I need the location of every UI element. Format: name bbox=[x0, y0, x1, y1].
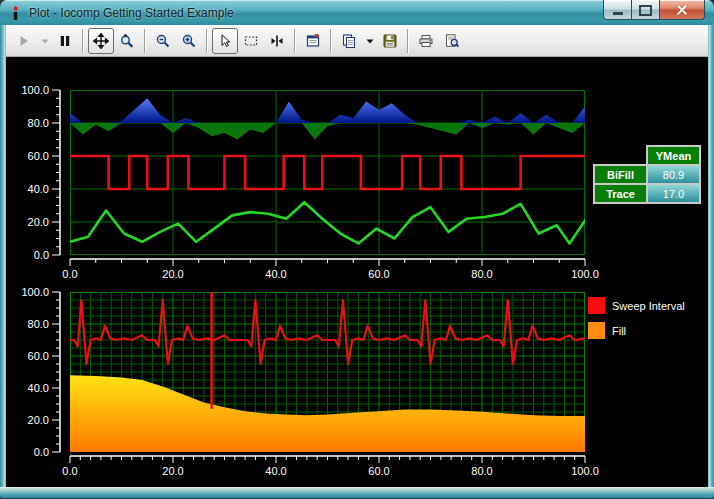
cursor-arrow-icon bbox=[217, 33, 233, 49]
zoom-in-icon bbox=[181, 33, 197, 49]
maximize-button[interactable] bbox=[632, 0, 659, 20]
svg-text:40.0: 40.0 bbox=[265, 268, 286, 280]
svg-text:20.0: 20.0 bbox=[162, 268, 183, 280]
zoom-out-button[interactable] bbox=[150, 28, 176, 54]
zoom-mode-button[interactable] bbox=[114, 28, 140, 54]
svg-text:100.0: 100.0 bbox=[571, 268, 599, 280]
stats-value-bifill: 80.9 bbox=[647, 165, 700, 184]
pause-button[interactable] bbox=[52, 28, 78, 54]
svg-text:60.0: 60.0 bbox=[368, 465, 389, 477]
zoom-out-icon bbox=[155, 33, 171, 49]
axes-cursor-mode-button[interactable] bbox=[264, 28, 290, 54]
printer-icon bbox=[418, 33, 434, 49]
svg-text:80.0: 80.0 bbox=[28, 117, 49, 129]
toolbar-separator bbox=[144, 29, 146, 53]
stats-header-row: YMean bbox=[594, 146, 700, 165]
svg-text:60.0: 60.0 bbox=[368, 268, 389, 280]
pause-icon bbox=[57, 33, 73, 49]
svg-text:20.0: 20.0 bbox=[162, 465, 183, 477]
cursor-mode-button[interactable] bbox=[212, 28, 238, 54]
toolbar-separator bbox=[330, 29, 332, 53]
minimize-button[interactable] bbox=[603, 0, 632, 20]
svg-text:80.0: 80.0 bbox=[28, 318, 49, 330]
dropdown-arrow-icon bbox=[364, 33, 376, 49]
properties-button[interactable] bbox=[300, 28, 326, 54]
print-preview-icon bbox=[444, 33, 460, 49]
svg-text:40.0: 40.0 bbox=[28, 183, 49, 195]
svg-text:60.0: 60.0 bbox=[28, 150, 49, 162]
play-icon bbox=[16, 33, 32, 49]
stats-row-trace: Trace 17.0 bbox=[594, 184, 700, 203]
stats-blank-cell bbox=[594, 146, 647, 165]
bottom-chart-legend: Sweep Interval Fill bbox=[588, 297, 685, 347]
save-button[interactable] bbox=[377, 28, 403, 54]
copy-button[interactable] bbox=[336, 28, 362, 54]
stats-label-trace: Trace bbox=[594, 184, 647, 203]
toolbar-separator bbox=[407, 29, 409, 53]
close-icon bbox=[675, 3, 689, 17]
pan-icon bbox=[93, 33, 109, 49]
window-title: Plot - Iocomp Getting Started Example bbox=[29, 6, 234, 20]
svg-text:80.0: 80.0 bbox=[471, 465, 492, 477]
svg-text:40.0: 40.0 bbox=[265, 465, 286, 477]
dropdown-arrow-icon bbox=[39, 33, 51, 49]
legend-item-fill: Fill bbox=[588, 322, 685, 339]
stats-value-trace: 17.0 bbox=[647, 184, 700, 203]
svg-text:0.0: 0.0 bbox=[62, 465, 77, 477]
toolbar-separator bbox=[294, 29, 296, 53]
window-border-right bbox=[708, 25, 714, 487]
window-border-left bbox=[0, 25, 6, 487]
print-preview-button[interactable] bbox=[439, 28, 465, 54]
svg-text:40.0: 40.0 bbox=[28, 382, 49, 394]
toolbar-separator bbox=[82, 29, 84, 53]
zoom-in-button[interactable] bbox=[176, 28, 202, 54]
close-button[interactable] bbox=[659, 0, 705, 20]
svg-text:20.0: 20.0 bbox=[28, 216, 49, 228]
legend-label-sweep-interval: Sweep Interval bbox=[612, 300, 685, 312]
svg-text:100.0: 100.0 bbox=[21, 84, 49, 96]
minimize-icon bbox=[613, 12, 623, 15]
svg-text:0.0: 0.0 bbox=[62, 268, 77, 280]
toolbar bbox=[6, 25, 708, 57]
selection-rectangle-icon bbox=[243, 33, 259, 49]
copy-options-dropdown[interactable] bbox=[362, 28, 377, 54]
window-border-bottom bbox=[0, 487, 714, 499]
svg-text:100.0: 100.0 bbox=[571, 465, 599, 477]
play-options-dropdown[interactable] bbox=[37, 28, 52, 54]
svg-text:100.0: 100.0 bbox=[21, 286, 49, 298]
stats-row-bifill: BiFill 80.9 bbox=[594, 165, 700, 184]
plot-panel: 0.020.040.060.080.0100.00.020.040.060.08… bbox=[6, 57, 708, 487]
fill-swatch bbox=[588, 322, 605, 339]
legend-label-fill: Fill bbox=[612, 325, 626, 337]
toolbar-separator bbox=[206, 29, 208, 53]
app-window: Plot - Iocomp Getting Started Example bbox=[0, 0, 714, 499]
stats-table: YMean BiFill 80.9 Trace 17.0 bbox=[593, 145, 701, 204]
save-floppy-icon bbox=[382, 33, 398, 49]
print-button[interactable] bbox=[413, 28, 439, 54]
sweep-interval-swatch bbox=[588, 297, 605, 314]
svg-text:20.0: 20.0 bbox=[28, 414, 49, 426]
window-controls bbox=[603, 0, 705, 20]
stats-label-bifill: BiFill bbox=[594, 165, 647, 184]
play-button[interactable] bbox=[11, 28, 37, 54]
zoom-mode-icon bbox=[119, 33, 135, 49]
zoom-box-mode-button[interactable] bbox=[238, 28, 264, 54]
svg-text:80.0: 80.0 bbox=[471, 268, 492, 280]
title-bar: Plot - Iocomp Getting Started Example bbox=[0, 0, 714, 25]
maximize-icon bbox=[639, 5, 652, 16]
axes-cursor-icon bbox=[269, 33, 285, 49]
properties-icon bbox=[305, 33, 321, 49]
svg-text:60.0: 60.0 bbox=[28, 350, 49, 362]
copy-icon bbox=[341, 33, 357, 49]
iocomp-logo-icon bbox=[7, 5, 23, 21]
stats-header-ymean: YMean bbox=[647, 146, 700, 165]
svg-text:0.0: 0.0 bbox=[34, 446, 49, 458]
legend-item-sweep-interval: Sweep Interval bbox=[588, 297, 685, 314]
svg-text:0.0: 0.0 bbox=[34, 249, 49, 261]
app-icon[interactable] bbox=[7, 5, 23, 21]
pan-mode-button[interactable] bbox=[88, 28, 114, 54]
